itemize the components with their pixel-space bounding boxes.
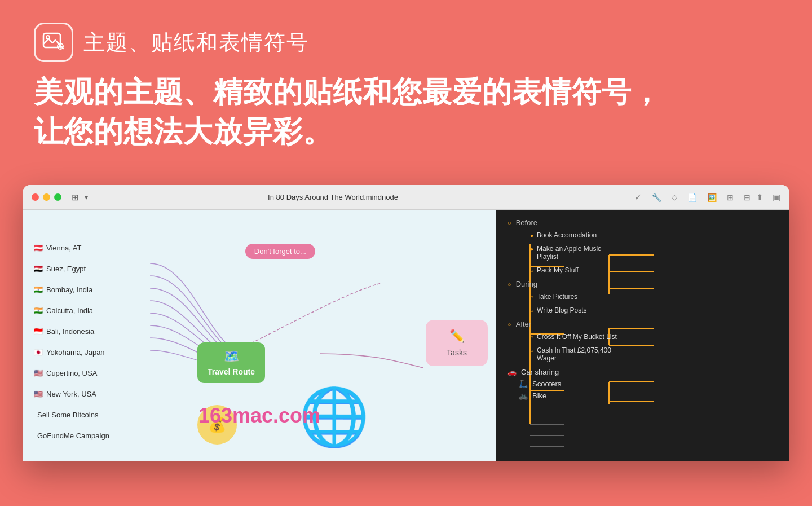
close-button[interactable] — [32, 193, 39, 201]
left-panel: 🇦🇹Vienna, AT 🇪🇬Suez, Egypt 🇮🇳Bombay, Ind… — [23, 210, 496, 461]
list-item: 🇮🇩Bali, Indonesia — [34, 327, 109, 336]
dont-forget-node: Don't forget to... — [245, 244, 315, 259]
list-item: Sell Some Bitcoins — [34, 411, 109, 419]
feature-icon-box — [34, 23, 73, 62]
grid-icon[interactable]: ⊟ — [744, 193, 751, 202]
before-children: ● Book Accomodation ● Make an Apple Musi… — [530, 231, 784, 274]
subtitle-row: 主题、贴纸和表情符号 — [34, 23, 778, 62]
globe-emoji: 🌐 — [299, 385, 369, 448]
panel-icon[interactable]: ▣ — [773, 192, 780, 203]
after-label: ○ After — [508, 320, 784, 328]
list-item: 🇮🇳Bombay, India — [34, 285, 109, 294]
main-title-line1: 美观的主题、精致的贴纸和您最爱的表情符号， — [34, 76, 661, 108]
after-section: ○ After ○ Cross It Off My Bucket List ○ … — [508, 320, 784, 362]
wrench-icon[interactable]: 🔧 — [652, 193, 661, 202]
list-item: ○ Cash In That £2,075,400Wager — [530, 346, 784, 362]
list-item: ● Make an Apple MusicPlaylist — [530, 245, 784, 261]
list-item: 🇦🇹Vienna, AT — [34, 244, 109, 252]
travel-route-node: 🗺️ Travel Route — [197, 342, 265, 383]
during-label: ○ During — [508, 280, 784, 288]
list-item: 🇯🇵Yokohama, Japan — [34, 348, 109, 357]
tasks-node: ✏️ Tasks — [426, 320, 488, 366]
window-content: 🇦🇹Vienna, AT 🇪🇬Suez, Egypt 🇮🇳Bombay, Ind… — [23, 210, 789, 461]
diamond-icon[interactable]: ◇ — [672, 193, 677, 201]
app-window: ⊞ ▾ In 80 Days Around The World.mindnode… — [23, 185, 789, 461]
before-section: ○ Before ● Book Accomodation ● Make an A… — [508, 218, 784, 274]
main-title-line2: 让您的想法大放异彩。 — [34, 115, 333, 148]
transport-section: 🚗 Car sharing 🛴 Scooters 🚲 Bike — [508, 368, 784, 400]
document-icon[interactable]: 📄 — [687, 193, 697, 202]
list-item: ○ Write Blog Posts — [530, 306, 784, 314]
main-title: 美观的主题、精致的贴纸和您最爱的表情符号， 让您的想法大放异彩。 — [34, 72, 778, 151]
right-tree: ○ Before ● Book Accomodation ● Make an A… — [508, 218, 784, 400]
list-item: 🇺🇸New York, USA — [34, 390, 109, 398]
after-children: ○ Cross It Off My Bucket List ○ Cash In … — [530, 333, 784, 362]
checkmark-icon[interactable]: ✓ — [634, 192, 642, 203]
right-panel: ○ Before ● Book Accomodation ● Make an A… — [496, 210, 789, 461]
list-item: 🇪🇬Suez, Egypt — [34, 265, 109, 273]
photo-icon[interactable]: 🖼️ — [707, 193, 717, 202]
travel-route-emoji: 🗺️ — [224, 349, 239, 364]
currency-emoji: 💰 — [208, 416, 226, 434]
bike-item: 🚲 Bike — [519, 391, 784, 400]
tasks-emoji: ✏️ — [449, 329, 465, 344]
currency-node: 💰 — [197, 405, 237, 445]
scooters-item: 🛴 Scooters — [519, 380, 784, 388]
during-children: ○ Take Pictures ○ Write Blog Posts — [530, 293, 784, 314]
toolbar-icons: ✓ 🔧 ◇ 📄 🖼️ ⊞ ⊟ — [634, 192, 751, 203]
title-bar: ⊞ ▾ In 80 Days Around The World.mindnode… — [23, 185, 789, 210]
tasks-label: Tasks — [447, 348, 467, 357]
right-controls: ⬆ ▣ — [756, 192, 780, 203]
travel-route-label: Travel Route — [208, 367, 255, 376]
subtitle-text: 主题、贴纸和表情符号 — [83, 28, 309, 57]
list-item: ● Book Accomodation — [530, 231, 784, 239]
top-section: 主题、贴纸和表情符号 美观的主题、精致的贴纸和您最爱的表情符号， 让您的想法大放… — [0, 0, 812, 185]
svg-point-1 — [46, 36, 50, 39]
list-item: 🇺🇸Cupertino, USA — [34, 369, 109, 377]
list-item: ○ Take Pictures — [530, 293, 784, 301]
list-item: GoFundMe Campaign — [34, 432, 109, 440]
share-icon[interactable]: ⬆ — [756, 192, 764, 203]
list-item: ○ Pack My Stuff — [530, 266, 784, 274]
document-title: In 80 Days Around The World.mindnode — [48, 193, 617, 201]
car-sharing-item: 🚗 Car sharing — [508, 368, 784, 376]
before-label: ○ Before — [508, 218, 784, 227]
layout-icon[interactable]: ⊞ — [727, 193, 734, 202]
list-item: 🇮🇳Calcutta, India — [34, 306, 109, 315]
list-item: ○ Cross It Off My Bucket List — [530, 333, 784, 341]
branch-items: 🇦🇹Vienna, AT 🇪🇬Suez, Egypt 🇮🇳Bombay, Ind… — [34, 244, 109, 440]
globe-node: 🌐 — [299, 384, 369, 450]
during-section: ○ During ○ Take Pictures ○ Write Blog Po… — [508, 280, 784, 314]
